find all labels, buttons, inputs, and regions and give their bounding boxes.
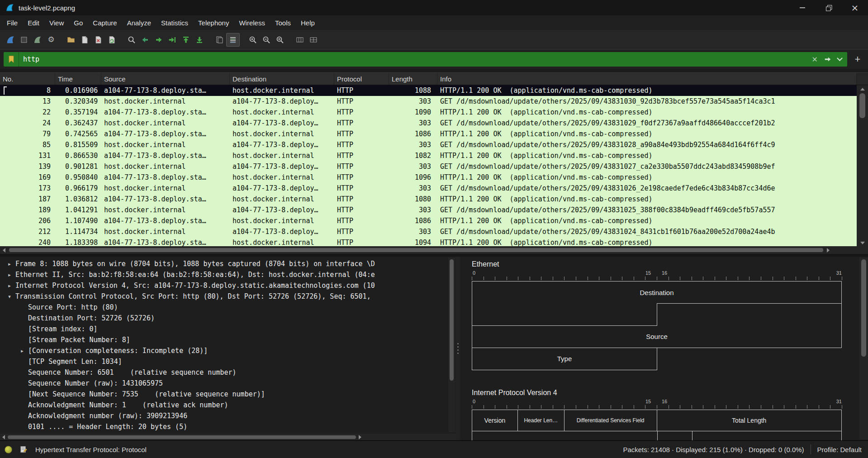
packet-row[interactable]: 1310.866530a104-77-173-8.deploy.sta…host… <box>0 150 857 161</box>
minimize-button[interactable] <box>789 0 816 15</box>
details-horizontal-scrollbar[interactable] <box>0 434 455 440</box>
field-type[interactable]: Type <box>472 348 657 370</box>
scroll-right-icon[interactable] <box>827 248 830 253</box>
menu-capture[interactable]: Capture <box>88 15 122 30</box>
reset-layout-button[interactable] <box>307 33 320 47</box>
details-vertical-scrollbar[interactable] <box>448 258 455 432</box>
go-forward-button[interactable] <box>152 33 166 47</box>
close-button[interactable]: × <box>842 0 868 15</box>
add-filter-button[interactable]: + <box>852 53 863 65</box>
menu-statistics[interactable]: Statistics <box>156 15 193 30</box>
packet-row[interactable]: 1690.950840a104-77-173-8.deploy.sta…host… <box>0 172 857 183</box>
menu-file[interactable]: File <box>2 15 23 30</box>
detail-line-tcp[interactable]: ▾Transmission Control Protocol, Src Port… <box>0 291 455 302</box>
packet-row[interactable]: 220.357194a104-77-173-8.deploy.sta…host.… <box>0 107 857 118</box>
go-back-button[interactable] <box>138 33 152 47</box>
display-filter-input[interactable]: http ✕ <box>4 52 847 67</box>
detail-line[interactable]: Destination Port: 52726 (52726) <box>13 313 455 324</box>
field-dsf[interactable]: Differentiated Services Field <box>564 410 657 431</box>
packet-row[interactable]: 240.362437host.docker.internala104-77-17… <box>0 118 857 129</box>
zoom-reset-button[interactable] <box>273 33 287 47</box>
detail-line-frame[interactable]: ▸Frame 8: 1088 bytes on wire (8704 bits)… <box>0 258 455 269</box>
scroll-left-icon[interactable] <box>3 248 5 253</box>
chevron-down-icon[interactable] <box>837 55 843 61</box>
detail-line[interactable]: Sequence Number (raw): 1431065975 <box>13 378 455 389</box>
packet-row-selected[interactable]: 80.016906a104-77-173-8.deploy.sta…host.d… <box>0 85 857 96</box>
column-header-no[interactable]: No. <box>0 73 55 85</box>
filter-apply-button[interactable] <box>824 55 832 63</box>
close-file-button[interactable] <box>91 33 105 47</box>
menu-edit[interactable]: Edit <box>23 15 44 30</box>
expand-arrow-icon[interactable]: ▸ <box>4 261 15 267</box>
menu-help[interactable]: Help <box>296 15 320 30</box>
scrollbar-thumb[interactable] <box>861 259 866 357</box>
zoom-out-button[interactable] <box>260 33 273 47</box>
save-file-button[interactable] <box>78 33 91 47</box>
detail-line[interactable]: Source Port: http (80) <box>13 302 455 313</box>
detail-line[interactable]: 0101 .... = Header Length: 20 bytes (5) <box>13 421 455 432</box>
filter-bookmark-button[interactable] <box>4 52 19 67</box>
detail-line[interactable]: Acknowledgment Number: 1 (relative ack n… <box>13 400 455 410</box>
collapse-arrow-icon[interactable]: ▾ <box>4 294 15 300</box>
stop-capture-button[interactable] <box>17 33 31 47</box>
capture-comment-icon[interactable] <box>19 445 28 454</box>
detail-line[interactable]: [TCP Segment Len: 1034] <box>13 356 455 367</box>
column-header-time[interactable]: Time <box>55 73 101 85</box>
detail-line-ethernet[interactable]: ▸Ethernet II, Src: ba:b2:f8:58:ea:64 (ba… <box>0 269 455 280</box>
column-header-info[interactable]: Info <box>437 73 857 85</box>
profile-selector[interactable]: Profile: Default <box>817 446 862 453</box>
packet-row[interactable]: 130.320349host.docker.internala104-77-17… <box>0 96 857 107</box>
filter-clear-button[interactable]: ✕ <box>812 55 818 64</box>
field-source[interactable]: Source <box>472 325 842 348</box>
field-destination[interactable]: Destination <box>472 281 842 303</box>
filter-text[interactable]: http <box>23 55 812 63</box>
packet-list-horizontal-scrollbar[interactable] <box>0 246 868 254</box>
restore-button[interactable] <box>816 0 842 15</box>
detail-line[interactable]: [Stream Packet Number: 8] <box>13 334 455 345</box>
restart-capture-button[interactable] <box>31 33 44 47</box>
reload-file-button[interactable] <box>105 33 119 47</box>
menu-wireless[interactable]: Wireless <box>234 15 270 30</box>
packet-row[interactable]: 1730.966179host.docker.internala104-77-1… <box>0 183 857 194</box>
expert-info-icon[interactable] <box>5 446 12 453</box>
go-first-packet-button[interactable] <box>179 33 193 47</box>
capture-options-button[interactable]: ⚙ <box>44 33 58 47</box>
expand-arrow-icon[interactable]: ▸ <box>4 283 15 289</box>
packet-row[interactable]: 1390.901281host.docker.internala104-77-1… <box>0 161 857 172</box>
packet-list-vertical-scrollbar[interactable] <box>857 86 868 247</box>
start-capture-button[interactable] <box>4 33 17 47</box>
menu-go[interactable]: Go <box>69 15 88 30</box>
field-header-length[interactable]: Header Len… <box>517 410 564 431</box>
menu-view[interactable]: View <box>44 15 69 30</box>
scrollbar-thumb[interactable] <box>450 259 454 381</box>
menu-tools[interactable]: Tools <box>270 15 296 30</box>
packet-row[interactable]: 2401.183398a104-77-173-8.deploy.sta…host… <box>0 237 857 246</box>
column-header-length[interactable]: Length <box>389 73 437 85</box>
scroll-right-icon[interactable] <box>359 435 361 439</box>
menu-telephony[interactable]: Telephony <box>193 15 234 30</box>
field-version[interactable]: Version <box>472 410 518 431</box>
zoom-in-button[interactable] <box>246 33 260 47</box>
packet-row[interactable]: 1891.041291host.docker.internala104-77-1… <box>0 205 857 215</box>
column-header-source[interactable]: Source <box>101 73 230 85</box>
menu-analyze[interactable]: Analyze <box>122 15 156 30</box>
column-header-protocol[interactable]: Protocol <box>334 73 389 85</box>
pane-splitter[interactable] <box>455 257 460 440</box>
diagram-vertical-scrollbar[interactable] <box>859 258 868 439</box>
packet-row[interactable]: 850.815509host.docker.internala104-77-17… <box>0 139 857 150</box>
expand-arrow-icon[interactable]: ▸ <box>4 272 15 278</box>
auto-scroll-button[interactable] <box>213 33 226 47</box>
packet-row[interactable]: 1871.036812a104-77-173-8.deploy.sta…host… <box>0 194 857 205</box>
go-to-packet-button[interactable] <box>166 33 179 47</box>
field-total-length[interactable]: Total Length <box>657 410 842 431</box>
scroll-left-icon[interactable] <box>2 435 5 439</box>
scroll-down-icon[interactable] <box>860 242 865 244</box>
scrollbar-thumb[interactable] <box>9 248 823 252</box>
open-file-button[interactable] <box>64 33 78 47</box>
detail-line[interactable]: Acknowledgment number (raw): 3909213946 <box>13 410 455 421</box>
detail-line[interactable]: Sequence Number: 6501 (relative sequence… <box>13 367 455 378</box>
detail-line-conversation[interactable]: ▸[Conversation completeness: Incomplete … <box>13 345 455 356</box>
scrollbar-thumb[interactable] <box>8 435 356 439</box>
go-last-packet-button[interactable] <box>193 33 206 47</box>
packet-row[interactable]: 2121.114734host.docker.internala104-77-1… <box>0 226 857 237</box>
